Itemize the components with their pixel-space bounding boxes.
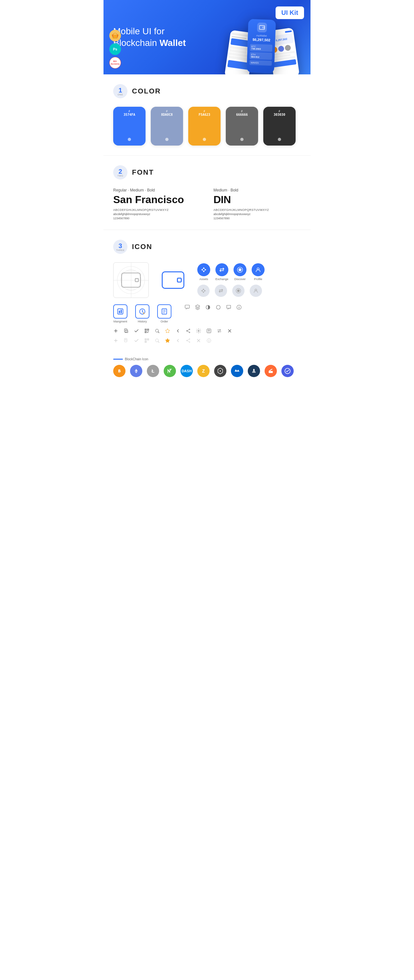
icon-section-content: Assets Exchange xyxy=(104,259,310,357)
wallet-icon-filled-box xyxy=(155,262,191,298)
svg-rect-60 xyxy=(145,339,146,340)
bottom-nav-management: Mangment xyxy=(113,304,127,323)
profile-icon-gray xyxy=(250,285,262,297)
history-icon xyxy=(135,304,150,318)
screens-badge: 60+Screens xyxy=(109,57,121,68)
svg-line-69 xyxy=(187,339,189,340)
svg-point-44 xyxy=(189,332,190,333)
chevron-left-icon-gray xyxy=(175,338,180,344)
document-icon-gray xyxy=(124,338,129,344)
waves-icon xyxy=(231,365,243,377)
svg-rect-5 xyxy=(259,25,264,30)
svg-point-75 xyxy=(209,339,209,340)
star-icon-active xyxy=(165,338,170,344)
hero-title: Mobile UI for Blockchain Wallet xyxy=(113,25,204,49)
svg-point-68 xyxy=(189,342,190,342)
nav-icon-exchange: Exchange xyxy=(215,263,228,281)
eth-icon xyxy=(130,365,142,377)
share-icon xyxy=(186,328,191,335)
svg-point-77 xyxy=(220,370,221,372)
iota-icon xyxy=(214,365,226,377)
x-icon-gray xyxy=(196,338,201,344)
nav-icon-assets: Assets xyxy=(197,263,210,281)
speech-bubble-icon xyxy=(226,304,232,312)
blockchain-label: BlockChain Icon xyxy=(104,357,310,361)
color-swatches: # 3574FA # 8DA0C8 # F5A623 # 666666 # 30… xyxy=(104,103,310,155)
neo-icon xyxy=(164,365,176,377)
check-icon-gray xyxy=(134,338,139,344)
hero-icons: Ps 60+Screens xyxy=(109,30,121,68)
svg-rect-38 xyxy=(145,332,146,332)
nav-icon-assets-gray xyxy=(197,285,210,297)
bottom-nav-order: Order xyxy=(157,304,171,323)
exchange-icon xyxy=(215,263,228,276)
phone-mockup-center: myWallet $6,297,502 BTC 738-2003 ETH 564… xyxy=(247,19,276,73)
search-icon-gray xyxy=(154,338,160,344)
export-icon xyxy=(206,328,212,335)
circle-icon xyxy=(215,304,221,312)
svg-rect-14 xyxy=(119,310,120,313)
half-circle-icon xyxy=(205,304,211,312)
svg-rect-37 xyxy=(148,329,148,330)
font-section-header: 2 TWO FONT xyxy=(104,156,310,185)
svg-point-67 xyxy=(186,340,188,341)
profile-icon xyxy=(252,263,264,276)
close-icon xyxy=(227,328,232,335)
color-swatch-blue: # 3574FA xyxy=(113,107,145,146)
discover-icon-gray xyxy=(232,285,245,297)
wallet-icon-grid-box xyxy=(113,262,149,298)
info-icon xyxy=(236,304,242,312)
assets-icon-gray xyxy=(197,285,210,297)
order-icon xyxy=(157,304,171,318)
svg-line-46 xyxy=(187,331,189,332)
svg-rect-21 xyxy=(185,305,189,308)
discover-icon xyxy=(234,263,247,276)
bottom-nav-history: History xyxy=(135,304,150,323)
zcash-icon: Z xyxy=(197,365,210,377)
ltc-icon: Ł xyxy=(147,365,159,377)
section-number-2: 2 TWO xyxy=(113,165,127,180)
svg-point-42 xyxy=(189,329,190,330)
icon-title: ICON xyxy=(132,243,152,251)
svg-rect-13 xyxy=(118,309,123,314)
svg-rect-6 xyxy=(263,27,264,28)
svg-point-8 xyxy=(239,269,242,271)
section-number-3: 3 THREE xyxy=(113,240,127,254)
svg-point-43 xyxy=(186,331,188,331)
color-title: COLOR xyxy=(132,87,161,95)
search-icon xyxy=(154,328,160,335)
svg-line-64 xyxy=(158,342,159,342)
svg-rect-36 xyxy=(145,329,146,330)
management-icon xyxy=(113,304,127,318)
chevron-left-icon xyxy=(175,328,180,335)
comment-icon xyxy=(184,304,190,312)
svg-line-70 xyxy=(187,341,189,342)
toolbar-icons-row-2-gray xyxy=(113,338,301,344)
icon-row-wallet: Assets Exchange xyxy=(113,262,301,298)
color-swatch-grayblue: # 8DA0C8 xyxy=(151,107,183,146)
svg-line-45 xyxy=(187,329,189,331)
misc-icons-group xyxy=(184,304,242,312)
nav-icon-discover-gray xyxy=(232,285,245,297)
exchange-icon-gray xyxy=(215,285,227,297)
swap-icon xyxy=(217,328,222,335)
svg-line-40 xyxy=(158,332,159,333)
hero-section: Mobile UI for Blockchain Wallet UI Kit P… xyxy=(104,0,310,75)
poly-icon xyxy=(282,365,294,377)
btc-icon xyxy=(113,365,126,377)
svg-point-11 xyxy=(237,290,240,292)
icon-section-header: 3 THREE ICON xyxy=(104,230,310,259)
color-swatch-dark: # 303030 xyxy=(263,107,296,146)
color-swatch-gray: # 666666 xyxy=(226,107,258,146)
svg-marker-41 xyxy=(165,329,169,333)
svg-marker-4 xyxy=(113,35,117,38)
font-section-content: Regular · Medium · Bold San Francisco AB… xyxy=(104,185,310,230)
color-section-header: 1 ONE COLOR xyxy=(104,75,310,103)
gear-icon xyxy=(196,328,201,335)
layers-icon xyxy=(195,304,201,312)
plus-icon xyxy=(113,328,118,335)
svg-point-66 xyxy=(189,339,190,340)
dash-icon: DASH xyxy=(180,365,193,377)
star-icon xyxy=(165,328,170,335)
svg-point-47 xyxy=(198,330,199,331)
